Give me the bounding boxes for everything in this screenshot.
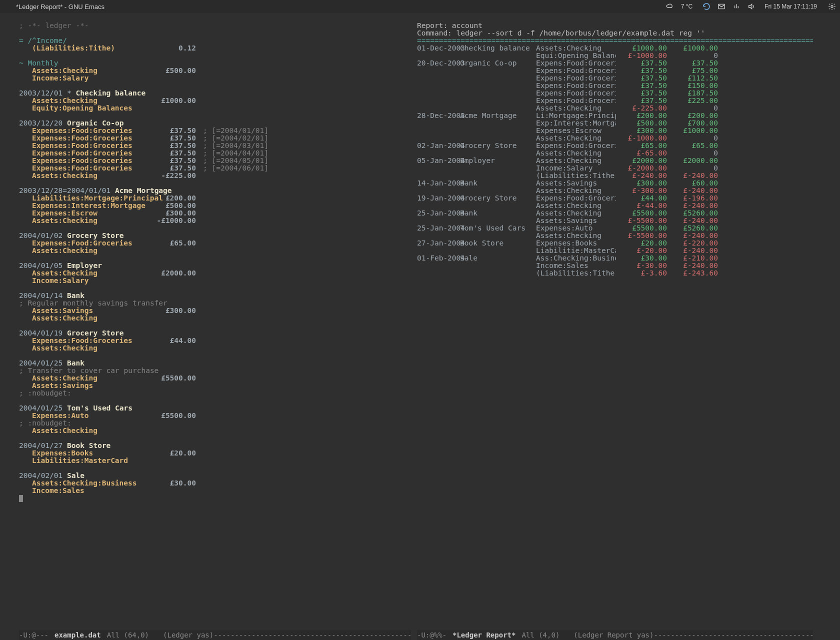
source-line: 2004/01/02 Grocery Store [19, 232, 411, 240]
report-payee [460, 270, 536, 277]
ledger-report-buffer[interactable]: Report: accountCommand: ledger --sort d … [417, 22, 813, 628]
amount: £300.00 [150, 210, 196, 217]
modeline-status: -U:@--- [19, 632, 48, 639]
report-row: 01-Dec-2003Checking balanceAssets:Checki… [417, 44, 813, 52]
posting-note: ; [=2004/03/01] [196, 142, 268, 150]
posting-line: Expenses:Food:Groceries£65.00 [19, 240, 411, 247]
report-row: Assets:Checking£-225.000 [417, 104, 813, 112]
amount [150, 457, 196, 464]
report-date: 19-Jan-2004 [417, 194, 460, 202]
refresh-icon[interactable] [702, 2, 710, 10]
report-payee [460, 187, 536, 194]
source-line: 2004/01/27 Book Store [19, 442, 411, 450]
network-icon[interactable] [732, 2, 740, 10]
posting-line: Expenses:Auto£5500.00 [19, 412, 411, 420]
source-line [19, 30, 411, 37]
report-payee [460, 172, 536, 180]
report-balance: 0 [667, 104, 718, 112]
amount: £2000.00 [150, 270, 196, 277]
report-account: Assets:Checking [536, 134, 616, 142]
report-row: 01-Feb-2004SaleAss:Checking:Business£30.… [417, 254, 813, 262]
source-line [19, 82, 411, 90]
report-date [417, 232, 460, 240]
source-line [19, 254, 411, 262]
report-date [417, 90, 460, 97]
posting-line: Assets:Checking [19, 247, 411, 254]
amount: £37.50 [150, 142, 196, 150]
source-line [19, 322, 411, 330]
cursor [19, 494, 411, 502]
source-line [19, 397, 411, 404]
modeline-position: All (4,0) [522, 632, 560, 639]
posting-note: ; [=2004/05/01] [196, 157, 268, 164]
posting-line: Expenses:Escrow£300.00 [19, 210, 411, 217]
report-account: Income:Salary [536, 164, 616, 172]
report-amount: £37.50 [616, 67, 667, 74]
report-balance: £65.00 [667, 142, 718, 150]
source-line: 2004/01/25 Bank [19, 360, 411, 367]
report-account: Assets:Checking [536, 232, 616, 240]
report-amount: £-5500.00 [616, 217, 667, 224]
report-row: (Liabilities:Tithe)£-3.60£-243.60 [417, 270, 813, 277]
report-account: Assets:Savings [536, 217, 616, 224]
source-line: ; Regular monthly savings transfer [19, 300, 411, 307]
report-row: Exp:Interest:Mortgage£500.00£700.00 [417, 120, 813, 127]
report-date: 25-Jan-2004 [417, 224, 460, 232]
source-line [19, 52, 411, 60]
source-line: = /^Income/ [19, 37, 411, 44]
amount: -£225.00 [150, 172, 196, 180]
report-payee [460, 52, 536, 60]
report-balance: £-240.00 [667, 217, 718, 224]
report-date [417, 120, 460, 127]
source-line: 2003/12/20 Organic Co-op [19, 120, 411, 127]
amount: £20.00 [150, 450, 196, 457]
posting-line: (Liabilities:Tithe)0.12 [19, 44, 411, 52]
report-account: Expens:Food:Groceries [536, 82, 616, 90]
posting-line: Expenses:Food:Groceries£37.50; [=2004/06… [19, 164, 411, 172]
report-date [417, 134, 460, 142]
report-row: Assets:Checking£-1000.000 [417, 134, 813, 142]
report-amount: £1000.00 [616, 44, 667, 52]
report-date: 01-Feb-2004 [417, 254, 460, 262]
posting-note: ; [=2004/02/01] [196, 134, 268, 142]
posting-line: Income:Sales [19, 487, 411, 494]
source-line [19, 112, 411, 120]
posting-line: Expenses:Food:Groceries£37.50; [=2004/01… [19, 127, 411, 134]
amount: £500.00 [150, 67, 196, 74]
account-name: Assets:Checking:Business [32, 480, 150, 487]
report-balance: £-240.00 [667, 247, 718, 254]
report-row: (Liabilities:Tithe)£-240.00£-240.00 [417, 172, 813, 180]
report-balance: £700.00 [667, 120, 718, 127]
report-balance: £187.50 [667, 90, 718, 97]
settings-icon[interactable] [828, 2, 836, 10]
ledger-source-buffer[interactable]: ; -*- ledger -*- = /^Income/(Liabilities… [19, 22, 411, 628]
volume-icon[interactable] [748, 2, 756, 10]
posting-line: Assets:Checking [19, 427, 411, 434]
report-payee [460, 134, 536, 142]
report-amount: £65.00 [616, 142, 667, 150]
report-amount: £-5500.00 [616, 232, 667, 240]
report-payee [460, 164, 536, 172]
report-balance: £-196.00 [667, 194, 718, 202]
account-name: Income:Salary [32, 277, 150, 284]
report-account: (Liabilities:Tithe) [536, 172, 616, 180]
source-line: 2004/02/01 Sale [19, 472, 411, 480]
report-amount: £5500.00 [616, 224, 667, 232]
report-balance: £-240.00 [667, 262, 718, 270]
report-payee: Organic Co-op [460, 60, 536, 67]
report-date [417, 52, 460, 60]
amount [150, 382, 196, 390]
report-date [417, 270, 460, 277]
report-balance: £-243.60 [667, 270, 718, 277]
report-payee [460, 150, 536, 157]
source-line: ; :nobudget: [19, 420, 411, 427]
posting-line: Assets:Checking£2000.00 [19, 270, 411, 277]
account-name: Expenses:Books [32, 450, 150, 457]
report-balance: £-240.00 [667, 202, 718, 210]
posting-line: Expenses:Books£20.00 [19, 450, 411, 457]
mail-icon[interactable] [718, 2, 726, 10]
report-payee [460, 97, 536, 104]
source-line: 2004/01/25 Tom's Used Cars [19, 404, 411, 412]
modeline-fill: ----------------------------------------… [654, 632, 813, 639]
report-date: 05-Jan-2004 [417, 157, 460, 164]
